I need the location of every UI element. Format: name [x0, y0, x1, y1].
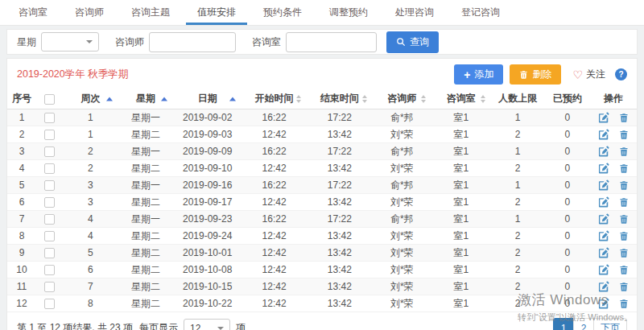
row-checkbox[interactable]	[44, 231, 55, 241]
row-checkbox[interactable]	[44, 163, 55, 174]
date-cell: 2019-09-09	[173, 143, 241, 160]
per-page-value: 12	[190, 323, 200, 330]
delete-icon[interactable]	[619, 197, 629, 208]
table-header-row: 序号周次星期日期开始时间结束时间咨询师咨询室人数上限已预约操作	[7, 89, 637, 109]
edit-icon[interactable]	[598, 247, 609, 258]
edit-icon[interactable]	[598, 230, 609, 241]
select-all-checkbox[interactable]	[44, 94, 55, 105]
search-icon	[396, 37, 406, 47]
delete-button[interactable]: 删除	[510, 64, 561, 85]
column-header[interactable]: 咨询室	[431, 89, 491, 109]
nav-tab[interactable]: 咨询师	[61, 0, 118, 25]
week-cell: 4	[63, 228, 118, 245]
nav-tab[interactable]: 预约条件	[250, 0, 316, 25]
nav-tab[interactable]: 登记咨询	[448, 0, 514, 25]
delete-icon[interactable]	[619, 231, 629, 241]
table-row: 84星期二2019-09-2412:4213:42刘*荣室120	[7, 228, 637, 245]
edit-icon[interactable]	[598, 163, 609, 174]
page-button[interactable]: 1	[553, 318, 574, 330]
page-button[interactable]: 2	[573, 318, 594, 330]
room-input[interactable]	[286, 32, 377, 52]
day-cell: 星期二	[118, 278, 174, 295]
week-cell: 6	[63, 262, 118, 278]
table-row: 128星期二2019-10-2212:4213:42刘*荣室120	[7, 295, 637, 312]
row-checkbox[interactable]	[44, 130, 55, 140]
row-checkbox[interactable]	[44, 265, 55, 275]
column-header[interactable]: 咨询师	[373, 89, 432, 109]
delete-icon[interactable]	[619, 180, 629, 191]
counselor-cell: 刘*荣	[373, 160, 432, 177]
add-button[interactable]: + 添加	[454, 64, 503, 85]
actions-cell	[590, 211, 637, 228]
edit-icon[interactable]	[598, 146, 609, 157]
edit-icon[interactable]	[598, 213, 609, 225]
delete-icon[interactable]	[619, 163, 629, 174]
column-header[interactable]: 日期	[173, 89, 241, 109]
delete-icon[interactable]	[619, 265, 629, 275]
nav-tab[interactable]: 值班安排	[184, 0, 250, 25]
counselor-cell: 刘*荣	[373, 262, 432, 278]
per-page-select[interactable]: 12	[184, 319, 230, 330]
nav-tab[interactable]: 调整预约	[316, 0, 382, 25]
delete-icon[interactable]	[619, 214, 629, 225]
counselor-cell: 俞*邦	[373, 211, 432, 228]
edit-icon[interactable]	[598, 264, 609, 275]
column-header[interactable]: 周次	[63, 89, 118, 109]
room-cell: 室1	[431, 177, 491, 194]
edit-icon[interactable]	[598, 298, 609, 309]
row-checkbox-cell	[36, 211, 63, 228]
delete-icon[interactable]	[619, 113, 629, 123]
edit-icon[interactable]	[598, 179, 609, 191]
day-cell: 星期一	[118, 143, 174, 160]
delete-icon[interactable]	[619, 130, 629, 140]
edit-icon[interactable]	[598, 281, 609, 292]
help-icon[interactable]: ?	[615, 68, 627, 80]
follow-button[interactable]: ♡ 关注	[572, 68, 605, 81]
week-cell: 4	[63, 211, 118, 228]
row-checkbox[interactable]	[44, 180, 55, 191]
seq-cell: 3	[7, 143, 36, 160]
edit-icon[interactable]	[598, 112, 609, 123]
table-row: 117星期二2019-10-1512:4213:42刘*荣室120	[7, 278, 637, 295]
column-header: 人数上限	[491, 89, 545, 109]
column-header[interactable]: 开始时间	[242, 89, 307, 109]
date-cell: 2019-09-03	[173, 126, 241, 143]
delete-icon[interactable]	[619, 146, 629, 157]
row-checkbox[interactable]	[44, 113, 55, 123]
column-header[interactable]: 星期	[118, 89, 174, 109]
week-select[interactable]	[41, 32, 99, 52]
week-cell: 3	[63, 177, 118, 194]
table-row: 63星期二2019-09-1712:4213:42刘*荣室120	[7, 194, 637, 211]
date-cell: 2019-09-16	[173, 177, 241, 194]
actions-cell	[590, 109, 637, 126]
row-checkbox[interactable]	[44, 282, 55, 292]
booked-cell: 0	[545, 228, 590, 245]
date-cell: 2019-10-15	[173, 278, 241, 295]
edit-icon[interactable]	[598, 196, 609, 208]
week-cell: 5	[63, 245, 118, 262]
column-header[interactable]: 结束时间	[307, 89, 372, 109]
edit-icon[interactable]	[598, 129, 609, 140]
row-checkbox[interactable]	[44, 146, 55, 157]
nav-tab[interactable]: 咨询室	[5, 0, 61, 25]
room-cell: 室1	[431, 143, 491, 160]
start-time-cell: 12:42	[242, 245, 307, 262]
row-checkbox-cell	[36, 262, 63, 278]
row-checkbox[interactable]	[44, 248, 55, 258]
row-checkbox[interactable]	[44, 299, 55, 309]
row-checkbox-cell	[36, 228, 63, 245]
row-checkbox[interactable]	[44, 197, 55, 208]
booked-cell: 0	[545, 109, 590, 126]
delete-icon[interactable]	[619, 299, 629, 309]
counselor-input[interactable]	[149, 32, 236, 52]
select-all-header[interactable]	[36, 89, 63, 109]
next-page-button[interactable]: 下页	[593, 318, 627, 330]
delete-icon[interactable]	[619, 282, 629, 292]
nav-tab[interactable]: 咨询主题	[118, 0, 184, 25]
table-row: 53星期一2019-09-1616:2217:22俞*邦室110	[7, 177, 637, 194]
search-button[interactable]: 查询	[386, 31, 439, 53]
delete-icon[interactable]	[619, 248, 629, 258]
nav-tab[interactable]: 处理咨询	[382, 0, 448, 25]
row-checkbox[interactable]	[44, 214, 55, 225]
row-checkbox-cell	[36, 109, 63, 126]
